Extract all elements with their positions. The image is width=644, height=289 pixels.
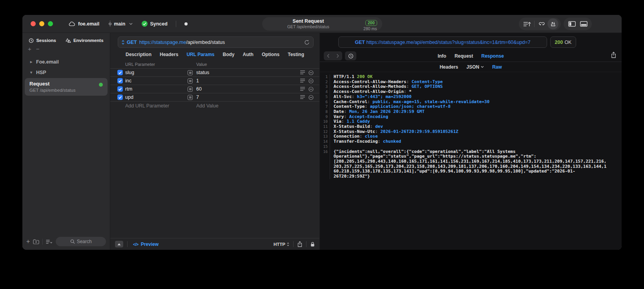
tab-options[interactable]: Options xyxy=(262,52,279,57)
zoom-window-button[interactable] xyxy=(48,21,53,26)
forward-button[interactable] xyxy=(333,51,343,60)
history-button[interactable] xyxy=(345,51,356,60)
close-window-button[interactable] xyxy=(31,21,36,26)
project-name[interactable]: foe.email xyxy=(78,21,99,27)
sort-options-button[interactable] xyxy=(46,240,53,244)
sync-button[interactable] xyxy=(547,18,558,29)
protocol-selector[interactable]: HTTP xyxy=(274,242,289,247)
new-group-button[interactable] xyxy=(33,239,39,244)
back-button[interactable] xyxy=(324,51,333,60)
subtab-headers[interactable]: Headers xyxy=(440,64,458,70)
remove-item-button[interactable]: − xyxy=(36,46,40,53)
add-param-row[interactable]: Add URL Parameter Add Value xyxy=(110,101,319,110)
remove-param-button[interactable] xyxy=(308,78,314,84)
request-editor-pane: GET https://statuspage.me/api/embed/stat… xyxy=(110,33,320,250)
param-name[interactable]: rtm xyxy=(125,86,132,92)
tab-response[interactable]: Response xyxy=(481,53,504,59)
param-checkbox[interactable] xyxy=(117,78,123,84)
panel-toggles xyxy=(564,18,592,30)
tab-testing[interactable]: Testing xyxy=(288,52,304,57)
param-value[interactable]: 7 xyxy=(196,95,199,100)
check-icon xyxy=(118,71,122,75)
branch-selector[interactable]: main xyxy=(108,21,133,27)
tab-body[interactable]: Body xyxy=(223,52,235,57)
cloud-icon xyxy=(69,22,75,26)
column-header-value: Value xyxy=(196,62,207,67)
preview-button[interactable]: </> Preview xyxy=(133,242,159,247)
tab-info[interactable]: Info xyxy=(438,53,446,59)
clock-icon xyxy=(348,53,354,59)
share-response-button[interactable] xyxy=(611,52,616,58)
param-name[interactable]: upd xyxy=(125,95,133,100)
chevron-left-icon xyxy=(327,54,330,58)
subtab-raw[interactable]: Raw xyxy=(492,64,502,70)
remove-param-button[interactable] xyxy=(308,70,314,75)
add-param-value-placeholder[interactable]: Add Value xyxy=(196,103,219,109)
lock-icon xyxy=(310,242,315,247)
tree-group-foe-email[interactable]: ▸ Foe.email xyxy=(22,56,110,67)
remove-param-button[interactable] xyxy=(308,95,314,100)
tab-request[interactable]: Request xyxy=(454,53,473,59)
param-value[interactable]: status xyxy=(196,70,209,75)
param-value[interactable]: 60 xyxy=(196,86,202,92)
request-editor-footer: </> Preview HTTP xyxy=(110,238,319,250)
tab-description[interactable]: Description xyxy=(126,52,151,57)
request-summary-capsule[interactable]: Sent Request GET /api/embed/status 200 2… xyxy=(262,17,382,31)
toggle-sidebar-button[interactable] xyxy=(566,18,578,29)
response-raw-view[interactable]: 1HTTP/1.1 200 OK2Access-Control-Allow-He… xyxy=(320,72,622,179)
param-checkbox[interactable] xyxy=(117,86,123,92)
merge-icon xyxy=(538,21,545,27)
line-content: {"incidents":null,"overall":{"code":"ope… xyxy=(330,149,622,179)
request-status-dot xyxy=(99,83,103,87)
share-icon xyxy=(297,241,302,247)
folder-plus-icon xyxy=(33,239,39,244)
collapse-panel-button[interactable] xyxy=(115,241,123,247)
param-checkbox[interactable] xyxy=(117,70,123,75)
sent-request-url[interactable]: GET https://statuspage.me/api/embed/stat… xyxy=(338,36,547,48)
lock-button[interactable] xyxy=(310,242,315,247)
sent-request-url-text: GET https://statuspage.me/api/embed/stat… xyxy=(355,40,531,45)
share-request-button[interactable] xyxy=(297,241,302,247)
tree-group-hsp[interactable]: ▾ HSP xyxy=(22,67,110,78)
param-options-button[interactable] xyxy=(300,87,305,91)
new-request-button[interactable]: + xyxy=(26,239,30,244)
param-row[interactable]: inc 1 xyxy=(110,76,319,85)
chevron-down-icon xyxy=(129,23,133,25)
minimize-window-button[interactable] xyxy=(39,21,44,26)
lines-icon xyxy=(300,95,305,99)
push-changes-button[interactable] xyxy=(521,18,533,29)
chevron-down-icon xyxy=(481,66,484,68)
param-checkbox[interactable] xyxy=(117,95,123,100)
param-options-button[interactable] xyxy=(300,70,305,75)
method-label[interactable]: GET xyxy=(127,40,137,45)
environments-icon xyxy=(66,38,71,43)
subtab-json[interactable]: JSON xyxy=(467,64,484,70)
param-options-button[interactable] xyxy=(300,78,305,83)
remove-param-button[interactable] xyxy=(308,87,314,92)
request-url-bar[interactable]: GET https://statuspage.me/api/embed/stat… xyxy=(118,36,314,48)
param-value[interactable]: 1 xyxy=(196,78,199,84)
sync-status[interactable]: Synced xyxy=(142,21,167,27)
param-row[interactable]: upd 7 xyxy=(110,93,319,101)
tab-sessions[interactable]: Sessions xyxy=(29,38,56,43)
minus-circle-icon xyxy=(308,87,314,92)
footer-divider xyxy=(42,239,43,245)
merge-button[interactable] xyxy=(536,18,547,29)
search-input[interactable]: Search xyxy=(56,237,106,246)
tab-auth[interactable]: Auth xyxy=(243,52,254,57)
tab-environments[interactable]: Environments xyxy=(66,38,104,43)
param-row[interactable]: rtm 60 xyxy=(110,85,319,93)
resend-button[interactable] xyxy=(304,40,310,45)
param-name[interactable]: slug xyxy=(125,70,134,75)
request-list-item-selected[interactable]: Request GET /api/embed/status xyxy=(25,78,108,96)
response-url-row: GET https://statuspage.me/api/embed/stat… xyxy=(338,36,576,48)
param-name[interactable]: inc xyxy=(125,78,131,84)
toggle-bottom-panel-button[interactable] xyxy=(578,18,589,29)
request-url[interactable]: https://statuspage.me/api/embed/status xyxy=(139,40,225,45)
tab-url-params[interactable]: URL Params xyxy=(186,52,214,57)
param-row[interactable]: slug status xyxy=(110,68,319,76)
tab-headers[interactable]: Headers xyxy=(160,52,178,57)
param-options-button[interactable] xyxy=(300,95,305,99)
add-param-name-placeholder[interactable]: Add URL Parameter xyxy=(125,103,169,109)
add-item-button[interactable]: + xyxy=(28,46,31,53)
